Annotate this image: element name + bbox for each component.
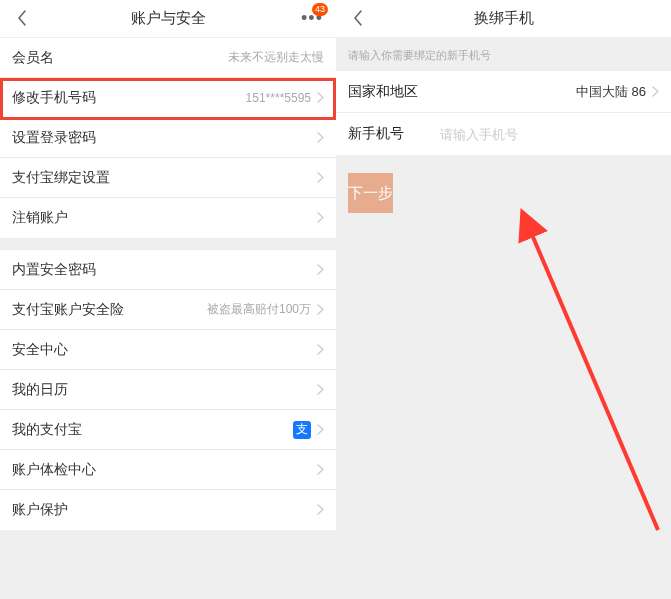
- row-label: 支付宝账户安全险: [12, 301, 124, 319]
- chevron-right-icon: [317, 462, 324, 478]
- row-right: 被盗最高赔付100万: [207, 301, 324, 318]
- row-label: 我的支付宝: [12, 421, 82, 439]
- country-label: 国家和地区: [348, 83, 440, 101]
- row-label: 账户保护: [12, 501, 68, 519]
- hint-text: 请输入你需要绑定的新手机号: [336, 38, 671, 71]
- row-meta: 被盗最高赔付100万: [207, 301, 311, 318]
- row-right: [317, 502, 324, 518]
- row-label: 设置登录密码: [12, 129, 96, 147]
- next-button[interactable]: 下一步: [348, 173, 393, 213]
- row-meta: 151****5595: [246, 91, 311, 105]
- row-label: 支付宝绑定设置: [12, 169, 110, 187]
- settings-list: 会员名未来不远别走太慢修改手机号码151****5595设置登录密码支付宝绑定设…: [0, 38, 336, 530]
- row-meta: 未来不远别走太慢: [228, 49, 324, 66]
- chevron-right-icon: [317, 502, 324, 518]
- account-security-pane: 账户与安全 ••• 43 会员名未来不远别走太慢修改手机号码151****559…: [0, 0, 336, 599]
- left-header: 账户与安全 ••• 43: [0, 0, 336, 38]
- settings-row[interactable]: 注销账户: [0, 198, 336, 238]
- settings-row[interactable]: 我的日历: [0, 370, 336, 410]
- chevron-right-icon: [317, 342, 324, 358]
- right-title: 换绑手机: [474, 9, 534, 28]
- row-label: 安全中心: [12, 341, 68, 359]
- row-right: [317, 210, 324, 226]
- row-right: 支: [293, 421, 324, 439]
- left-title: 账户与安全: [131, 9, 206, 28]
- row-right: [317, 262, 324, 278]
- next-button-label: 下一步: [348, 184, 393, 203]
- row-label: 会员名: [12, 49, 54, 67]
- row-label: 内置安全密码: [12, 261, 96, 279]
- notification-badge: 43: [312, 3, 328, 16]
- country-value: 中国大陆 86: [440, 83, 646, 101]
- row-label: 注销账户: [12, 209, 68, 227]
- group-divider: [0, 238, 336, 250]
- row-label: 修改手机号码: [12, 89, 96, 107]
- rebind-phone-pane: 换绑手机 请输入你需要绑定的新手机号 国家和地区 中国大陆 86 新手机号 下一…: [336, 0, 671, 599]
- settings-row[interactable]: 修改手机号码151****5595: [0, 78, 336, 118]
- chevron-right-icon: [317, 170, 324, 186]
- chevron-left-icon: [353, 6, 363, 32]
- chevron-right-icon: [317, 302, 324, 318]
- chevron-right-icon: [317, 90, 324, 106]
- chevron-left-icon: [17, 6, 27, 32]
- chevron-right-icon: [317, 210, 324, 226]
- country-row[interactable]: 国家和地区 中国大陆 86: [336, 71, 671, 113]
- phone-input[interactable]: [440, 127, 659, 142]
- settings-row[interactable]: 安全中心: [0, 330, 336, 370]
- row-right: [317, 170, 324, 186]
- settings-row: 会员名未来不远别走太慢: [0, 38, 336, 78]
- row-label: 我的日历: [12, 381, 68, 399]
- alipay-icon: 支: [293, 421, 311, 439]
- row-right: [317, 382, 324, 398]
- right-header: 换绑手机: [336, 0, 671, 38]
- row-right: 151****5595: [246, 90, 324, 106]
- more-button[interactable]: ••• 43: [296, 0, 328, 37]
- back-button-left[interactable]: [6, 0, 38, 37]
- back-button-right[interactable]: [342, 0, 374, 37]
- row-right: [317, 130, 324, 146]
- settings-row[interactable]: 账户体检中心: [0, 450, 336, 490]
- row-right: [317, 342, 324, 358]
- settings-row[interactable]: 支付宝绑定设置: [0, 158, 336, 198]
- chevron-right-icon: [652, 84, 659, 100]
- chevron-right-icon: [317, 422, 324, 438]
- settings-row[interactable]: 支付宝账户安全险被盗最高赔付100万: [0, 290, 336, 330]
- settings-row[interactable]: 我的支付宝支: [0, 410, 336, 450]
- row-label: 账户体检中心: [12, 461, 96, 479]
- chevron-right-icon: [317, 130, 324, 146]
- row-right: [317, 462, 324, 478]
- row-right: 未来不远别走太慢: [228, 49, 324, 66]
- phone-label: 新手机号: [348, 125, 440, 143]
- settings-row[interactable]: 设置登录密码: [0, 118, 336, 158]
- settings-row[interactable]: 账户保护: [0, 490, 336, 530]
- phone-row: 新手机号: [336, 113, 671, 155]
- chevron-right-icon: [317, 382, 324, 398]
- chevron-right-icon: [317, 262, 324, 278]
- settings-row[interactable]: 内置安全密码: [0, 250, 336, 290]
